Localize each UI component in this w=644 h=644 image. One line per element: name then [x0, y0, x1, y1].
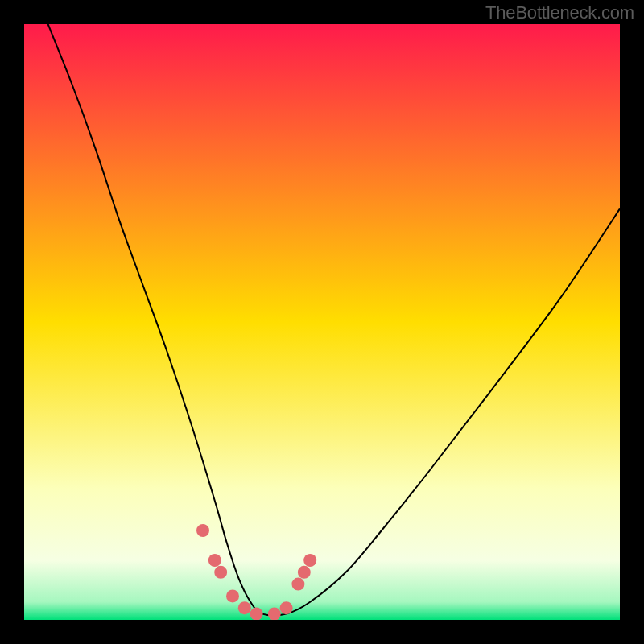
marker-dot — [280, 601, 293, 614]
chart-frame: TheBottleneck.com — [0, 0, 644, 644]
marker-dot — [226, 589, 239, 602]
marker-dot — [214, 566, 227, 579]
chart-svg — [24, 24, 620, 620]
plot-area — [24, 24, 620, 620]
watermark-text: TheBottleneck.com — [485, 2, 634, 23]
marker-dot — [196, 524, 209, 537]
marker-dot — [238, 601, 251, 614]
marker-dot — [298, 566, 311, 579]
marker-dot — [268, 608, 281, 620]
marker-dot — [208, 554, 221, 567]
marker-dot — [303, 554, 316, 567]
marker-dot — [250, 608, 263, 620]
marker-dot — [291, 578, 304, 591]
background-gradient — [24, 24, 620, 620]
